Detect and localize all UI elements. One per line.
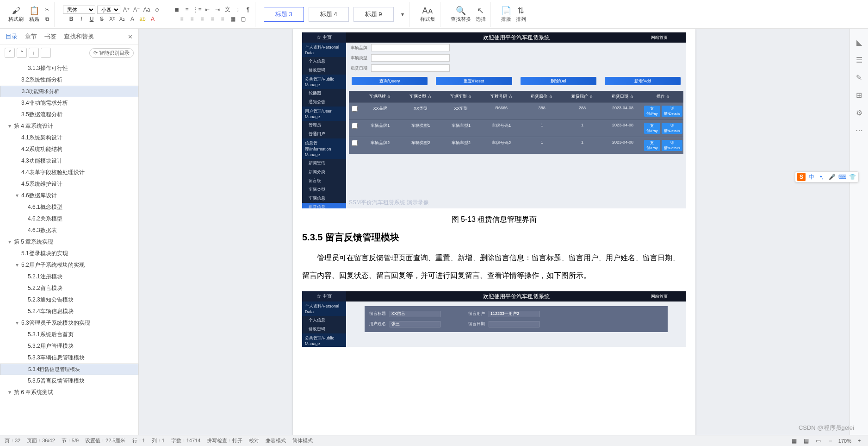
toc-item[interactable]: 4.6.2关系模型: [0, 213, 138, 225]
show-marks-icon[interactable]: ¶: [244, 6, 252, 14]
style-more-icon[interactable]: ▾: [398, 10, 407, 19]
line-spacing-icon[interactable]: ↕: [234, 6, 242, 14]
superscript-icon[interactable]: X²: [108, 15, 116, 23]
style-heading3[interactable]: 标题 3: [264, 7, 304, 22]
view-icon[interactable]: ▤: [802, 437, 811, 445]
smart-toc-button[interactable]: ⟳智能识别目录: [89, 48, 134, 58]
cut-icon[interactable]: ✂: [43, 6, 51, 14]
ime-lang-icon[interactable]: 中: [807, 173, 816, 181]
style-heading9[interactable]: 标题 9: [353, 7, 394, 22]
underline-icon[interactable]: U: [87, 15, 96, 23]
align-center-icon[interactable]: ≡: [188, 15, 196, 23]
style-heading4[interactable]: 标题 4: [309, 7, 349, 22]
shading-icon[interactable]: ▦: [229, 15, 237, 23]
ime-toolbar[interactable]: S 中 •, 🎤 ⌨ 👕: [795, 171, 859, 182]
toc-item[interactable]: 5.2.1注册模块: [0, 271, 138, 283]
rside-icon[interactable]: ⋯: [855, 126, 864, 135]
toc-item[interactable]: 3.2系统性能分析: [0, 74, 138, 86]
toc-item[interactable]: 4.6.1概念模型: [0, 201, 138, 213]
text-direction-icon[interactable]: 文: [223, 6, 232, 14]
highlight-icon[interactable]: ab: [138, 15, 147, 23]
toc-item[interactable]: 4.6.3数据表: [0, 225, 138, 236]
toc-item[interactable]: 5.3.3车辆信息管理模块: [0, 352, 138, 364]
nav-tab-chapter[interactable]: 章节: [25, 32, 37, 41]
toc-item[interactable]: 4.5系统维护设计: [0, 178, 138, 190]
toc-item[interactable]: ▾第 4 章系统设计: [0, 120, 138, 132]
nav-expand-button[interactable]: ˄: [17, 48, 27, 58]
zoom-out-icon[interactable]: −: [826, 437, 835, 445]
align-left-icon[interactable]: ≡: [178, 15, 186, 23]
align-right-icon[interactable]: ≡: [198, 15, 206, 23]
ime-keyboard-icon[interactable]: ⌨: [838, 173, 846, 181]
sort-button[interactable]: ⇅排列: [514, 5, 528, 24]
nav-tab-toc[interactable]: 目录: [6, 32, 18, 41]
bullets-icon[interactable]: ≣: [173, 6, 181, 14]
toc-item[interactable]: 4.4表单字段校验处理设计: [0, 167, 138, 178]
nav-collapse-button[interactable]: ˅: [5, 48, 15, 58]
toc-item[interactable]: 5.2.2留言模块: [0, 283, 138, 294]
copy-icon[interactable]: ⧉: [43, 15, 51, 23]
toc-item[interactable]: 5.2.3通知公告模块: [0, 294, 138, 306]
rside-icon[interactable]: ◣: [855, 38, 864, 47]
bold-icon[interactable]: B: [67, 15, 75, 23]
rside-icon[interactable]: ☰: [855, 56, 864, 65]
toc-item[interactable]: 4.2系统功能结构: [0, 144, 138, 155]
toc-item[interactable]: 4.1系统架构设计: [0, 132, 138, 144]
layout-button[interactable]: 📄排版: [499, 5, 513, 24]
distribute-icon[interactable]: ≡: [218, 15, 227, 23]
format-painter-button[interactable]: 🖌格式刷: [6, 5, 25, 24]
nav-close-icon[interactable]: ✕: [128, 33, 133, 40]
toc-item[interactable]: ▾第 5 章系统实现: [0, 236, 138, 248]
decrease-font-icon[interactable]: A⁻: [132, 6, 141, 14]
multilevel-icon[interactable]: ⋮≡: [193, 6, 201, 14]
rside-icon[interactable]: ✎: [855, 73, 864, 82]
change-case-icon[interactable]: Aa: [143, 6, 151, 14]
ime-voice-icon[interactable]: 🎤: [828, 173, 836, 181]
style-set-button[interactable]: Aᴀ样式集: [418, 5, 437, 24]
toc-item[interactable]: 5.1登录模块的实现: [0, 248, 138, 259]
strike-icon[interactable]: S̶: [98, 15, 106, 23]
increase-font-icon[interactable]: A⁺: [122, 6, 130, 14]
paste-button[interactable]: 📋粘贴: [27, 5, 41, 24]
font-size-select[interactable]: 小四: [97, 6, 120, 14]
nav-tab-find[interactable]: 查找和替换: [64, 32, 94, 41]
font-color-icon[interactable]: A: [149, 15, 157, 23]
decrease-indent-icon[interactable]: ⇤: [203, 6, 211, 14]
toc-item[interactable]: 3.4非功能需求分析: [0, 97, 138, 109]
increase-indent-icon[interactable]: ⇥: [213, 6, 222, 14]
toc-item[interactable]: ▾第 6 章系统测试: [0, 387, 138, 398]
clear-format-icon[interactable]: ◇: [153, 6, 161, 14]
toc-item[interactable]: ▾5.2用户子系统模块的实现: [0, 259, 138, 271]
view-icon[interactable]: ▦: [790, 437, 799, 445]
toc-item[interactable]: 5.3.1系统后台首页: [0, 329, 138, 340]
borders-icon[interactable]: ▢: [239, 15, 247, 23]
toc-item[interactable]: 5.2.4车辆信息模块: [0, 306, 138, 317]
rside-icon[interactable]: ⊞: [855, 91, 864, 100]
toc-item[interactable]: 5.3.2用户管理模块: [0, 340, 138, 352]
find-replace-button[interactable]: 🔍查找替换: [449, 5, 473, 24]
document-area[interactable]: ☆ 主页 个人资料/Personal Data 个人信息 修改密码 公共管理/P…: [139, 29, 849, 435]
toc-item[interactable]: ▾5.3管理员子系统模块的实现: [0, 317, 138, 329]
text-effect-icon[interactable]: A: [128, 15, 136, 23]
numbering-icon[interactable]: ≡: [183, 6, 191, 14]
toc-item[interactable]: ▾4.6数据库设计: [0, 190, 138, 201]
nav-remove-button[interactable]: −: [41, 48, 51, 58]
font-family-select[interactable]: 黑体: [63, 6, 95, 14]
zoom-in-icon[interactable]: +: [855, 437, 863, 445]
italic-icon[interactable]: I: [77, 15, 86, 23]
toc-item[interactable]: 3.3功能需求分析: [0, 86, 138, 97]
nav-tab-bookmark[interactable]: 书签: [44, 32, 56, 41]
rside-icon[interactable]: ⚙: [855, 108, 864, 118]
toc-item[interactable]: 4.3功能模块设计: [0, 155, 138, 167]
toc-item[interactable]: 5.3.4租赁信息管理模块: [0, 364, 138, 375]
toc-item[interactable]: 3.1.3操作可行性: [0, 63, 138, 74]
subscript-icon[interactable]: X₂: [118, 15, 126, 23]
nav-add-button[interactable]: +: [29, 48, 39, 58]
view-icon[interactable]: ▭: [814, 437, 823, 445]
toc-item[interactable]: 5.3.5留言反馈管理模块: [0, 375, 138, 387]
justify-icon[interactable]: ≡: [208, 15, 217, 23]
ime-skin-icon[interactable]: 👕: [848, 173, 856, 181]
toc-item[interactable]: 3.5数据流程分析: [0, 109, 138, 120]
select-button[interactable]: ↖选择: [474, 5, 488, 24]
ime-punct-icon[interactable]: •,: [818, 173, 826, 181]
